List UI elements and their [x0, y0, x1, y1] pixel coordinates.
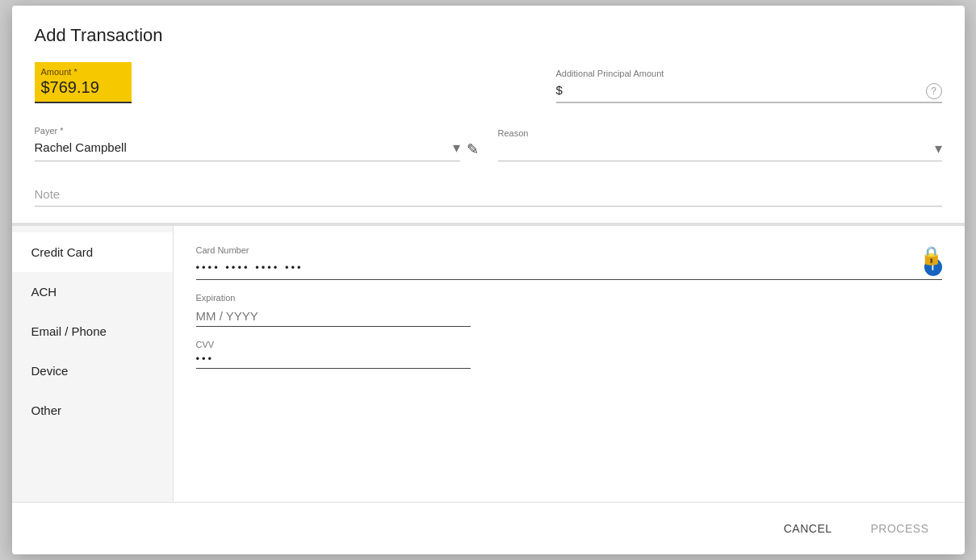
payer-chevron-icon[interactable]: ▾ [453, 139, 460, 157]
note-field-wrapper [12, 184, 965, 216]
amount-row: Amount * $769.19 Additional Principal Am… [35, 62, 942, 103]
cvv-field: CVV ••• [196, 340, 942, 369]
modal-header: Add Transaction [12, 6, 965, 52]
payer-value: Rachel Campbell [35, 137, 453, 157]
payer-label: Payer * [35, 126, 460, 136]
payer-reason-form-row: Payer * Rachel Campbell ▾ ✎ Reason ▾ [35, 126, 942, 161]
payer-select: Payer * Rachel Campbell ▾ [35, 126, 460, 161]
reason-value [498, 145, 935, 152]
lock-icon: 🔒 [920, 245, 942, 266]
help-icon[interactable]: ? [926, 83, 942, 99]
payer-reason-row: Payer * Rachel Campbell ▾ ✎ Reason ▾ [12, 116, 965, 184]
card-number-field: Card Number •••• •••• •••• ••• i [196, 245, 942, 280]
modal-footer: CANCEL PROCESS [12, 502, 965, 554]
expiration-field: Expiration [196, 293, 942, 327]
payment-method-credit-card[interactable]: Credit Card [12, 232, 173, 272]
reason-field: Reason ▾ [498, 128, 942, 161]
top-form-row: Amount * $769.19 Additional Principal Am… [12, 52, 965, 116]
dollar-prefix: $ [556, 80, 566, 102]
reason-label: Reason [498, 128, 942, 138]
card-number-dots: •••• •••• •••• ••• [196, 261, 924, 274]
payment-section: Credit Card ACH Email / Phone Device Oth… [12, 226, 965, 502]
reason-select-row[interactable]: ▾ [498, 140, 942, 161]
additional-principal-field: Additional Principal Amount $ ? [556, 69, 942, 103]
amount-field: Amount * $769.19 [35, 62, 132, 103]
card-number-input-row[interactable]: •••• •••• •••• ••• i [196, 258, 942, 280]
payment-method-other[interactable]: Other [12, 391, 173, 430]
amount-label: Amount * [41, 67, 125, 77]
payment-methods-list: Credit Card ACH Email / Phone Device Oth… [12, 226, 174, 502]
amount-value: $769.19 [41, 78, 125, 97]
cvv-label: CVV [196, 340, 942, 349]
additional-principal-label: Additional Principal Amount [556, 69, 942, 78]
note-input[interactable] [35, 184, 942, 207]
cancel-button[interactable]: CANCEL [771, 516, 845, 541]
payer-select-row[interactable]: Rachel Campbell ▾ [35, 137, 460, 161]
payer-edit-icon[interactable]: ✎ [467, 140, 479, 158]
expiration-label: Expiration [196, 293, 942, 303]
add-transaction-modal: Add Transaction Amount * $769.19 Additio… [12, 6, 965, 554]
payment-method-device[interactable]: Device [12, 351, 173, 391]
payer-field-wrapper: Payer * Rachel Campbell ▾ ✎ [35, 126, 479, 161]
amount-box[interactable]: Amount * $769.19 [35, 62, 132, 103]
credit-card-form: 🔒 Card Number •••• •••• •••• ••• i Expir… [174, 226, 965, 502]
payment-method-email-phone[interactable]: Email / Phone [12, 311, 173, 351]
additional-principal-input[interactable] [566, 80, 926, 102]
process-button[interactable]: PROCESS [858, 516, 942, 541]
cvv-dots[interactable]: ••• [196, 353, 471, 369]
additional-principal-input-wrapper: $ ? [556, 80, 942, 102]
expiration-input[interactable] [196, 306, 471, 327]
reason-chevron-icon[interactable]: ▾ [935, 140, 942, 157]
card-number-label: Card Number [196, 245, 942, 255]
modal-title: Add Transaction [35, 25, 942, 46]
payment-method-ach[interactable]: ACH [12, 272, 173, 311]
